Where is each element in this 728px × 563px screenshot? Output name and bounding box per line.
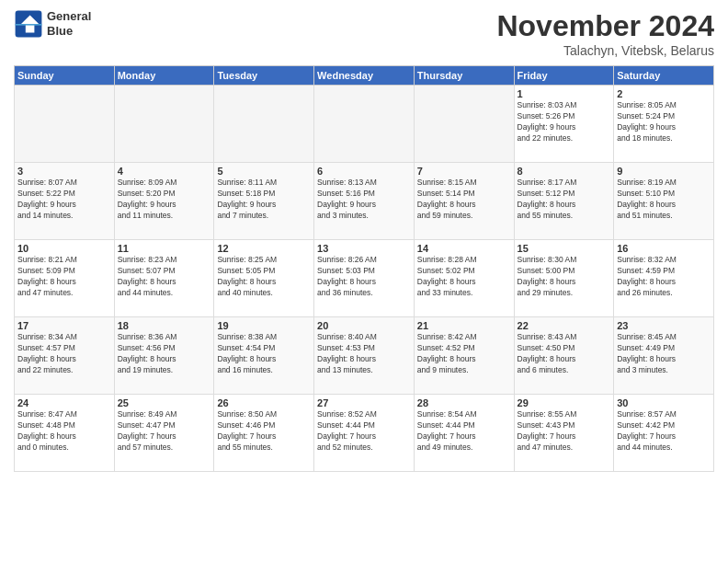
- calendar-cell: 10Sunrise: 8:21 AMSunset: 5:09 PMDayligh…: [15, 240, 115, 317]
- calendar-cell: 23Sunrise: 8:45 AMSunset: 4:49 PMDayligh…: [614, 317, 714, 395]
- calendar-cell: 18Sunrise: 8:36 AMSunset: 4:56 PMDayligh…: [114, 317, 214, 395]
- day-number: 21: [417, 320, 511, 331]
- day-info: Sunrise: 8:30 AMSunset: 5:00 PMDaylight:…: [518, 255, 611, 299]
- day-number: 18: [118, 320, 211, 331]
- calendar-cell: 29Sunrise: 8:55 AMSunset: 4:43 PMDayligh…: [514, 395, 614, 472]
- calendar-cell: 17Sunrise: 8:34 AMSunset: 4:57 PMDayligh…: [15, 317, 115, 395]
- day-number: 9: [617, 166, 711, 177]
- day-number: 27: [317, 397, 411, 408]
- calendar-cell: 15Sunrise: 8:30 AMSunset: 5:00 PMDayligh…: [514, 240, 614, 317]
- col-header-sunday: Sunday: [15, 66, 115, 86]
- day-number: 22: [518, 320, 611, 331]
- calendar-cell: 11Sunrise: 8:23 AMSunset: 5:07 PMDayligh…: [114, 240, 214, 317]
- day-info: Sunrise: 8:54 AMSunset: 4:44 PMDaylight:…: [417, 409, 511, 454]
- day-number: 19: [217, 320, 311, 331]
- day-number: 4: [118, 166, 211, 177]
- calendar-week-0: 1Sunrise: 8:03 AMSunset: 5:26 PMDaylight…: [15, 86, 714, 163]
- day-number: 10: [17, 243, 111, 254]
- day-info: Sunrise: 8:50 AMSunset: 4:46 PMDaylight:…: [217, 409, 311, 454]
- calendar-cell: 30Sunrise: 8:57 AMSunset: 4:42 PMDayligh…: [614, 395, 714, 472]
- day-info: Sunrise: 8:32 AMSunset: 4:59 PMDaylight:…: [617, 255, 711, 299]
- calendar-cell: [314, 86, 415, 163]
- calendar-cell: [214, 86, 314, 163]
- calendar-cell: 19Sunrise: 8:38 AMSunset: 4:54 PMDayligh…: [214, 317, 314, 395]
- calendar-cell: 9Sunrise: 8:19 AMSunset: 5:10 PMDaylight…: [614, 163, 714, 240]
- day-info: Sunrise: 8:47 AMSunset: 4:48 PMDaylight:…: [17, 409, 111, 454]
- month-title: November 2024: [496, 9, 714, 43]
- calendar-table: SundayMondayTuesdayWednesdayThursdayFrid…: [14, 65, 714, 472]
- col-header-wednesday: Wednesday: [314, 66, 415, 86]
- calendar-header-row: SundayMondayTuesdayWednesdayThursdayFrid…: [15, 66, 714, 86]
- day-number: 7: [417, 166, 511, 177]
- day-number: 23: [617, 320, 711, 331]
- calendar-cell: 2Sunrise: 8:05 AMSunset: 5:24 PMDaylight…: [614, 86, 714, 163]
- calendar-week-2: 10Sunrise: 8:21 AMSunset: 5:09 PMDayligh…: [15, 240, 714, 317]
- page: General Blue November 2024 Talachyn, Vit…: [0, 0, 728, 563]
- day-info: Sunrise: 8:49 AMSunset: 4:47 PMDaylight:…: [118, 409, 211, 454]
- day-number: 25: [118, 397, 211, 408]
- day-info: Sunrise: 8:43 AMSunset: 4:50 PMDaylight:…: [518, 332, 611, 376]
- calendar-cell: 1Sunrise: 8:03 AMSunset: 5:26 PMDaylight…: [514, 86, 614, 163]
- calendar-cell: 20Sunrise: 8:40 AMSunset: 4:53 PMDayligh…: [314, 317, 415, 395]
- day-number: 2: [617, 88, 711, 99]
- calendar-cell: 24Sunrise: 8:47 AMSunset: 4:48 PMDayligh…: [15, 395, 115, 472]
- calendar-cell: [114, 86, 214, 163]
- day-info: Sunrise: 8:26 AMSunset: 5:03 PMDaylight:…: [317, 255, 411, 299]
- day-info: Sunrise: 8:23 AMSunset: 5:07 PMDaylight:…: [118, 255, 211, 299]
- day-number: 28: [417, 397, 511, 408]
- location: Talachyn, Vitebsk, Belarus: [496, 43, 714, 58]
- calendar-cell: 28Sunrise: 8:54 AMSunset: 4:44 PMDayligh…: [414, 395, 514, 472]
- day-number: 17: [17, 320, 111, 331]
- day-number: 26: [217, 397, 311, 408]
- day-info: Sunrise: 8:17 AMSunset: 5:12 PMDaylight:…: [518, 178, 611, 222]
- logo-icon: [14, 9, 43, 39]
- day-number: 11: [118, 243, 211, 254]
- day-info: Sunrise: 8:38 AMSunset: 4:54 PMDaylight:…: [217, 332, 311, 376]
- calendar-cell: 25Sunrise: 8:49 AMSunset: 4:47 PMDayligh…: [114, 395, 214, 472]
- calendar-cell: 16Sunrise: 8:32 AMSunset: 4:59 PMDayligh…: [614, 240, 714, 317]
- day-info: Sunrise: 8:03 AMSunset: 5:26 PMDaylight:…: [518, 100, 611, 144]
- day-number: 1: [518, 88, 611, 99]
- logo-line2: Blue: [47, 24, 91, 39]
- day-number: 3: [17, 166, 111, 177]
- day-number: 12: [217, 243, 311, 254]
- calendar-cell: 27Sunrise: 8:52 AMSunset: 4:44 PMDayligh…: [314, 395, 415, 472]
- logo-text: General Blue: [47, 9, 91, 38]
- day-number: 29: [518, 397, 611, 408]
- calendar-cell: 14Sunrise: 8:28 AMSunset: 5:02 PMDayligh…: [414, 240, 514, 317]
- title-block: November 2024 Talachyn, Vitebsk, Belarus: [496, 9, 714, 58]
- day-info: Sunrise: 8:45 AMSunset: 4:49 PMDaylight:…: [617, 332, 711, 376]
- day-info: Sunrise: 8:09 AMSunset: 5:20 PMDaylight:…: [118, 178, 211, 222]
- day-info: Sunrise: 8:13 AMSunset: 5:16 PMDaylight:…: [317, 178, 411, 222]
- calendar-cell: 4Sunrise: 8:09 AMSunset: 5:20 PMDaylight…: [114, 163, 214, 240]
- day-info: Sunrise: 8:36 AMSunset: 4:56 PMDaylight:…: [118, 332, 211, 376]
- day-info: Sunrise: 8:42 AMSunset: 4:52 PMDaylight:…: [417, 332, 511, 376]
- calendar-cell: 21Sunrise: 8:42 AMSunset: 4:52 PMDayligh…: [414, 317, 514, 395]
- day-number: 6: [317, 166, 411, 177]
- col-header-saturday: Saturday: [614, 66, 714, 86]
- day-number: 14: [417, 243, 511, 254]
- calendar-cell: 5Sunrise: 8:11 AMSunset: 5:18 PMDaylight…: [214, 163, 314, 240]
- header: General Blue November 2024 Talachyn, Vit…: [14, 9, 714, 58]
- day-info: Sunrise: 8:40 AMSunset: 4:53 PMDaylight:…: [317, 332, 411, 376]
- day-info: Sunrise: 8:52 AMSunset: 4:44 PMDaylight:…: [317, 409, 411, 454]
- calendar-cell: 12Sunrise: 8:25 AMSunset: 5:05 PMDayligh…: [214, 240, 314, 317]
- calendar-cell: 3Sunrise: 8:07 AMSunset: 5:22 PMDaylight…: [15, 163, 115, 240]
- calendar-week-1: 3Sunrise: 8:07 AMSunset: 5:22 PMDaylight…: [15, 163, 714, 240]
- col-header-monday: Monday: [114, 66, 214, 86]
- calendar-week-4: 24Sunrise: 8:47 AMSunset: 4:48 PMDayligh…: [15, 395, 714, 472]
- day-number: 8: [518, 166, 611, 177]
- calendar-cell: 13Sunrise: 8:26 AMSunset: 5:03 PMDayligh…: [314, 240, 415, 317]
- logo-line1: General: [47, 9, 91, 24]
- calendar-cell: 22Sunrise: 8:43 AMSunset: 4:50 PMDayligh…: [514, 317, 614, 395]
- day-number: 5: [217, 166, 311, 177]
- calendar-cell: 8Sunrise: 8:17 AMSunset: 5:12 PMDaylight…: [514, 163, 614, 240]
- day-number: 24: [17, 397, 111, 408]
- day-number: 15: [518, 243, 611, 254]
- day-number: 13: [317, 243, 411, 254]
- calendar-cell: 6Sunrise: 8:13 AMSunset: 5:16 PMDaylight…: [314, 163, 415, 240]
- col-header-thursday: Thursday: [414, 66, 514, 86]
- day-info: Sunrise: 8:05 AMSunset: 5:24 PMDaylight:…: [617, 100, 711, 144]
- day-info: Sunrise: 8:28 AMSunset: 5:02 PMDaylight:…: [417, 255, 511, 299]
- calendar-week-3: 17Sunrise: 8:34 AMSunset: 4:57 PMDayligh…: [15, 317, 714, 395]
